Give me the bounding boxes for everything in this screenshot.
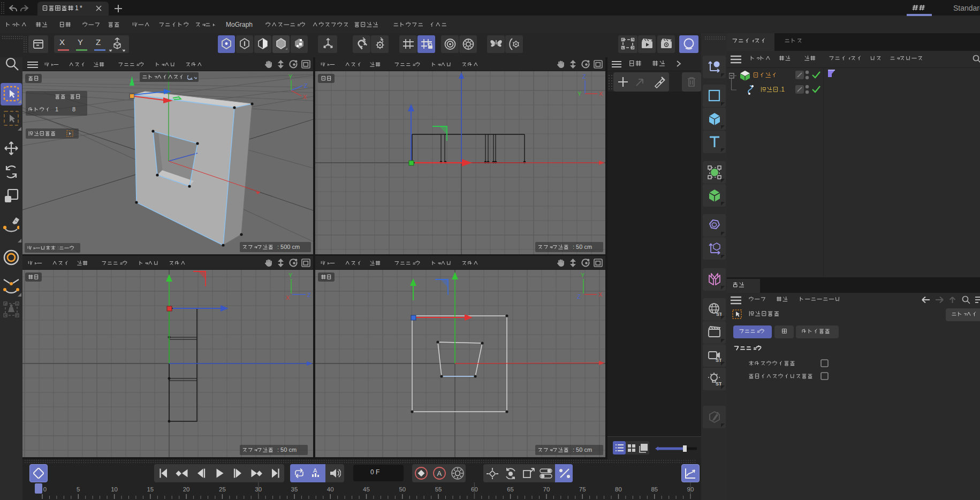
svg-text:40: 40 (327, 486, 334, 493)
svg-text:80: 80 (615, 486, 622, 493)
svg-text:Z: Z (307, 292, 311, 298)
svg-text:X: X (286, 294, 290, 301)
svg-text:75: 75 (579, 486, 586, 493)
svg-text:50: 50 (399, 486, 406, 493)
svg-text:20: 20 (183, 486, 190, 493)
svg-text:Y: Y (578, 90, 582, 97)
svg-text:Z: Z (582, 73, 586, 80)
svg-text:0: 0 (43, 486, 47, 493)
svg-text:Y: Y (288, 272, 293, 278)
svg-text:Y: Y (288, 73, 293, 80)
svg-text:15: 15 (147, 486, 154, 493)
svg-text:5: 5 (77, 486, 80, 493)
svg-text:70: 70 (543, 486, 550, 493)
svg-text:45: 45 (363, 486, 370, 493)
svg-text:Y: Y (581, 272, 585, 278)
svg-text:65: 65 (507, 486, 514, 493)
svg-text:Z: Z (304, 82, 308, 89)
svg-text:X: X (598, 291, 603, 298)
svg-text:85: 85 (651, 486, 658, 493)
svg-text:X: X (599, 90, 603, 97)
svg-text:A: A (437, 469, 442, 478)
svg-text:A: A (313, 467, 317, 474)
svg-text:10: 10 (111, 486, 118, 493)
svg-text:35: 35 (291, 486, 298, 493)
svg-text:X: X (303, 94, 307, 100)
svg-text:Z: Z (577, 293, 581, 300)
svg-text:55: 55 (435, 486, 442, 493)
svg-text:25: 25 (219, 486, 226, 493)
